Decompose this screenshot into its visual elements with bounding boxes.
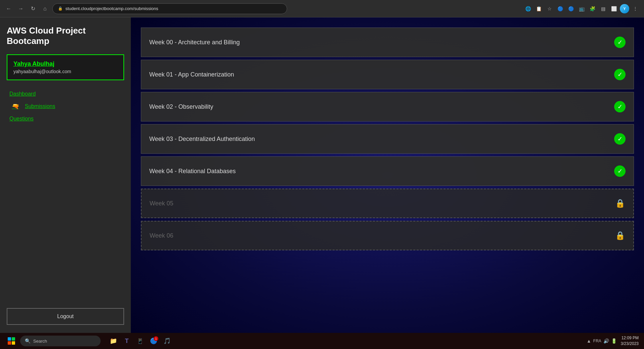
browser-chrome: ← → ↻ ⌂ 🔒 student.cloudprojectbootcamp.c…	[0, 0, 644, 17]
address-bar[interactable]: 🔒 student.cloudprojectbootcamp.com/submi…	[52, 3, 287, 14]
battery-icon: 🔋	[611, 338, 617, 344]
screenshot-button[interactable]: 📋	[534, 4, 543, 13]
file-explorer-button[interactable]: 📁	[107, 335, 119, 347]
menu-button[interactable]: ⋮	[631, 4, 640, 13]
chrome-button[interactable]: 🔵 1	[148, 335, 160, 347]
week-00-title: Week 00 - Architecture and Billing	[149, 39, 240, 46]
forward-button[interactable]: →	[16, 4, 25, 13]
week-06-lock-icon: 🔒	[615, 231, 625, 240]
nav-dashboard[interactable]: Dashboard	[9, 91, 124, 97]
sidebar-spacer	[7, 122, 124, 308]
week-00-check-icon: ✓	[614, 37, 626, 48]
week-item-00[interactable]: Week 00 - Architecture and Billing ✓	[141, 28, 634, 57]
submissions-icon: 🔫	[9, 102, 21, 110]
week-04-title: Week 04 - Relational Databases	[149, 168, 236, 175]
notification-badge: 1	[154, 336, 158, 341]
week-02-check-icon: ✓	[614, 101, 626, 112]
user-name[interactable]: Yahya Abulhaj	[13, 60, 117, 67]
bookmark-button[interactable]: ☆	[545, 4, 554, 13]
extension2-button[interactable]: 🔵	[566, 4, 576, 13]
week-01-title: Week 01 - App Containerization	[149, 71, 234, 78]
taskbar-search-bar[interactable]: 🔍 Search	[20, 336, 101, 346]
logout-button[interactable]: Logout	[7, 308, 124, 325]
taskbar: 🔍 Search 📁 T 📱 🔵 1 🎵 ▲ FRA 🔊 🔋 12:09 PM	[0, 333, 644, 349]
extension3-button[interactable]: 🧩	[588, 4, 597, 13]
folder-icon: 📁	[110, 337, 117, 345]
url-text: student.cloudprojectbootcamp.com/submiss…	[65, 6, 158, 11]
spotify-button[interactable]: 🎵	[161, 335, 173, 347]
taskbar-icons: 📁 T 📱 🔵 1 🎵	[107, 335, 173, 347]
sidebar-toggle-button[interactable]: ▤	[598, 4, 608, 13]
tablet-button[interactable]: ⬜	[609, 4, 619, 13]
dashboard-label: Dashboard	[9, 91, 36, 97]
extension1-button[interactable]: 🔵	[555, 4, 565, 13]
clock-time: 12:09 PM	[621, 335, 639, 341]
lock-icon: 🔒	[58, 6, 63, 11]
phone-link-button[interactable]: 📱	[134, 335, 146, 347]
teams-icon: T	[125, 338, 129, 345]
submissions-label: Submissions	[25, 103, 55, 109]
teams-button[interactable]: T	[121, 335, 133, 347]
week-item-04[interactable]: Week 04 - Relational Databases ✓	[141, 156, 634, 186]
taskbar-search-icon: 🔍	[25, 338, 31, 344]
start-button[interactable]	[5, 335, 17, 347]
week-item-03[interactable]: Week 03 - Decentralized Authentication ✓	[141, 124, 634, 154]
taskbar-search-label: Search	[33, 339, 47, 344]
week-05-lock-icon: 🔒	[615, 199, 625, 208]
system-tray: ▲ FRA 🔊 🔋	[587, 338, 617, 344]
week-item-02[interactable]: Week 02 - Observability ✓	[141, 92, 634, 121]
week-03-title: Week 03 - Decentralized Authentication	[149, 136, 255, 143]
user-card[interactable]: Yahya Abulhaj yahyaabulhaj@outlook.com	[7, 54, 124, 80]
cast-button[interactable]: 📺	[577, 4, 586, 13]
clock-date: 3/23/2023	[621, 341, 639, 347]
network-icon: ▲	[587, 338, 591, 344]
week-item-01[interactable]: Week 01 - App Containerization ✓	[141, 60, 634, 89]
week-01-check-icon: ✓	[614, 69, 626, 80]
spotify-icon: 🎵	[163, 337, 171, 345]
week-05-title: Week 05	[150, 200, 173, 207]
main-layout: AWS Cloud Project Bootcamp Yahya Abulhaj…	[0, 17, 644, 333]
weeks-container: Week 00 - Architecture and Billing ✓ Wee…	[141, 28, 634, 253]
taskbar-system: ▲ FRA 🔊 🔋 12:09 PM 3/23/2023	[587, 335, 639, 347]
questions-label: Questions	[9, 116, 34, 122]
nav-submissions[interactable]: 🔫 Submissions	[9, 102, 124, 110]
week-06-title: Week 06	[150, 232, 173, 239]
nav-questions[interactable]: Questions	[9, 116, 124, 122]
week-03-check-icon: ✓	[614, 133, 626, 145]
sound-icon: 🔊	[603, 338, 609, 344]
week-item-05: Week 05 🔒	[141, 189, 634, 218]
phone-icon: 📱	[137, 338, 144, 344]
nav-links: Dashboard 🔫 Submissions Questions	[7, 91, 124, 122]
system-clock[interactable]: 12:09 PM 3/23/2023	[621, 335, 639, 347]
week-02-title: Week 02 - Observability	[149, 103, 213, 110]
week-item-06: Week 06 🔒	[141, 221, 634, 250]
reload-button[interactable]: ↻	[28, 4, 38, 13]
back-button[interactable]: ←	[4, 4, 13, 13]
home-button[interactable]: ⌂	[40, 4, 50, 13]
week-04-check-icon: ✓	[614, 165, 626, 177]
windows-logo-icon	[8, 337, 15, 345]
profile-avatar[interactable]: Y	[620, 4, 629, 13]
user-email: yahyaabulhaj@outlook.com	[13, 69, 117, 74]
sidebar: AWS Cloud Project Bootcamp Yahya Abulhaj…	[0, 17, 131, 333]
translate-button[interactable]: 🌐	[523, 4, 533, 13]
content-area: Week 00 - Architecture and Billing ✓ Wee…	[131, 17, 644, 333]
browser-tools: 🌐 📋 ☆ 🔵 🔵 📺 🧩 ▤ ⬜ Y ⋮	[523, 4, 640, 13]
language-badge: FRA	[593, 339, 601, 343]
site-title: AWS Cloud Project Bootcamp	[7, 26, 124, 46]
